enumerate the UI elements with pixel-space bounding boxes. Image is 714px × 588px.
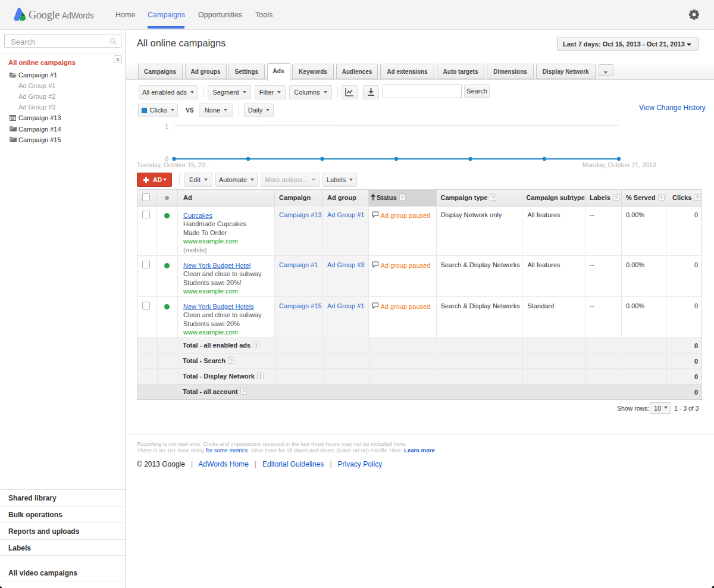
svg-text:1: 1	[165, 123, 168, 130]
